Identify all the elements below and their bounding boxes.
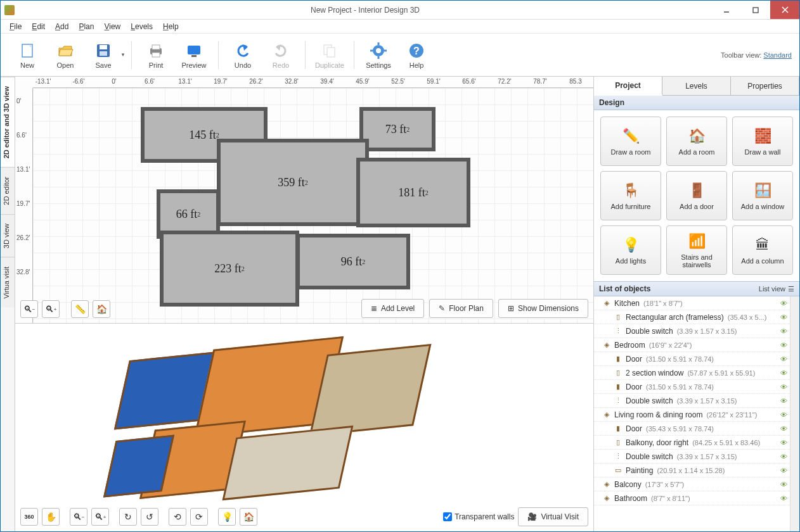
menu-help[interactable]: Help bbox=[158, 21, 184, 32]
visibility-icon[interactable]: 👁 bbox=[780, 300, 787, 307]
visibility-icon[interactable]: 👁 bbox=[780, 481, 787, 488]
zoom-in-3d-icon[interactable]: 🔍︎+ bbox=[91, 508, 109, 526]
visibility-icon[interactable]: 👁 bbox=[780, 355, 787, 363]
visibility-icon[interactable]: 👁 bbox=[780, 383, 787, 391]
menu-add[interactable]: Add bbox=[50, 21, 74, 32]
render-3d[interactable] bbox=[98, 330, 453, 520]
home-3d-icon[interactable]: 🏠 bbox=[240, 508, 257, 526]
object-row[interactable]: ◈Bathroom(8'7" x 8'11")👁 bbox=[594, 491, 790, 505]
settings-button[interactable]: Settings bbox=[359, 37, 397, 73]
object-row[interactable]: ▮Door(31.50 x 5.91 x 78.74)👁 bbox=[594, 380, 790, 394]
object-row[interactable]: ▭Painting(20.91 x 1.14 x 15.28)👁 bbox=[594, 464, 790, 478]
design-draw-a-wall[interactable]: 🧱Draw a wall bbox=[732, 117, 793, 166]
toolbar-view-link[interactable]: Standard bbox=[763, 51, 792, 59]
object-row[interactable]: ◈Living room & dining room(26'12" x 23'1… bbox=[594, 408, 790, 422]
pan-icon[interactable]: ✋ bbox=[42, 508, 60, 526]
ruler-icon[interactable]: 📏 bbox=[71, 300, 89, 318]
zoom-out-icon[interactable]: 🔍︎− bbox=[20, 300, 38, 318]
open-button[interactable]: Open bbox=[46, 37, 84, 73]
tilt-left-icon[interactable]: ⟲ bbox=[169, 508, 186, 526]
design-draw-a-room[interactable]: ✏️Draw a room bbox=[600, 117, 661, 166]
design-stairs-and-stairwells[interactable]: 📶Stairs and stairwells bbox=[666, 225, 727, 275]
visibility-icon[interactable]: 👁 bbox=[780, 467, 787, 474]
maximize-button[interactable] bbox=[741, 1, 770, 19]
rotate-360-icon[interactable]: 360 bbox=[20, 508, 38, 526]
visibility-icon[interactable]: 👁 bbox=[780, 439, 787, 446]
visibility-icon[interactable]: 👁 bbox=[780, 495, 787, 502]
rotate-cw-icon[interactable]: ↻ bbox=[119, 508, 137, 526]
room[interactable]: 223 ft2 bbox=[160, 231, 299, 307]
design-add-a-room[interactable]: 🏠Add a room bbox=[666, 117, 727, 166]
room[interactable]: 359 ft2 bbox=[217, 139, 369, 226]
print-button[interactable]: Print bbox=[137, 37, 175, 73]
design-add-furniture[interactable]: 🪑Add furniture bbox=[600, 171, 661, 220]
room[interactable]: 181 ft2 bbox=[356, 158, 470, 227]
minimize-button[interactable] bbox=[712, 1, 741, 19]
editor-3d[interactable]: 360 ✋ 🔍︎− 🔍︎+ ↻ ↺ ⟲ ⟳ 💡 🏠 Transparent wa… bbox=[15, 324, 593, 531]
canvas-2d[interactable]: 145 ft273 ft2359 ft2181 ft266 ft2223 ft2… bbox=[33, 88, 593, 323]
scrollbar[interactable] bbox=[790, 296, 799, 531]
visibility-icon[interactable]: 👁 bbox=[780, 397, 787, 405]
room[interactable]: 96 ft2 bbox=[296, 234, 410, 289]
right-tab-properties[interactable]: Properties bbox=[731, 77, 799, 95]
object-row[interactable]: ▯2 section window(57.87 x 5.91 x 55.91)👁 bbox=[594, 366, 790, 380]
close-button[interactable] bbox=[770, 1, 799, 19]
object-row[interactable]: ▯Balkony, door right(84.25 x 5.91 x 83.4… bbox=[594, 436, 790, 450]
left-tab-2[interactable]: 3D view bbox=[1, 214, 15, 257]
object-row[interactable]: ◈Bedroom(16'9" x 22'4")👁 bbox=[594, 338, 790, 352]
object-row[interactable]: ▯Rectangular arch (frameless)(35.43 x 5.… bbox=[594, 310, 790, 324]
visibility-icon[interactable]: 👁 bbox=[780, 453, 787, 460]
left-tab-1[interactable]: 2D editor bbox=[1, 167, 15, 214]
help-button[interactable]: ?Help bbox=[397, 37, 435, 73]
new-button[interactable]: New bbox=[8, 37, 46, 73]
floor-plan-button[interactable]: ✎Floor Plan bbox=[429, 299, 493, 318]
right-tab-project[interactable]: Project bbox=[594, 77, 662, 96]
object-row[interactable]: ⋮Double switch(3.39 x 1.57 x 3.15)👁 bbox=[594, 394, 790, 408]
menu-file[interactable]: File bbox=[4, 21, 27, 32]
editor-2d[interactable]: -13.1'-6.6'0'6.6'13.1'19.7'26.2'32.8'39.… bbox=[15, 77, 593, 324]
preview-button[interactable]: Preview bbox=[175, 37, 213, 73]
object-row[interactable]: ⋮Double switch(3.39 x 1.57 x 3.15)👁 bbox=[594, 450, 790, 464]
virtual-visit-button[interactable]: 🎥Virtual Visit bbox=[518, 507, 588, 526]
zoom-in-icon[interactable]: 🔍︎+ bbox=[42, 300, 60, 318]
save-button[interactable]: Save bbox=[84, 37, 122, 73]
design-add-a-door[interactable]: 🚪Add a door bbox=[666, 171, 727, 220]
menu-levels[interactable]: Levels bbox=[126, 21, 158, 32]
visibility-icon[interactable]: 👁 bbox=[780, 425, 787, 433]
visibility-icon[interactable]: 👁 bbox=[780, 314, 787, 321]
left-tab-0[interactable]: 2D editor and 3D view bbox=[1, 77, 15, 167]
show-dimensions-button[interactable]: ⊞Show Dimensions bbox=[498, 299, 588, 318]
left-tab-3[interactable]: Virtua visit bbox=[1, 257, 15, 308]
object-row[interactable]: ◈Kitchen(18'1" x 8'7")👁 bbox=[594, 296, 790, 310]
menu-edit[interactable]: Edit bbox=[27, 21, 50, 32]
light-icon[interactable]: 💡 bbox=[218, 508, 236, 526]
visibility-icon[interactable]: 👁 bbox=[780, 369, 787, 377]
object-row[interactable]: ⋮Double switch(3.39 x 1.57 x 3.15)👁 bbox=[594, 324, 790, 338]
object-row[interactable]: ▮Door(31.50 x 5.91 x 78.74)👁 bbox=[594, 352, 790, 366]
menu-plan[interactable]: Plan bbox=[74, 21, 99, 32]
floorplan[interactable]: 145 ft273 ft2359 ft2181 ft266 ft2223 ft2… bbox=[141, 107, 496, 310]
design-add-lights[interactable]: 💡Add lights bbox=[600, 225, 661, 275]
visibility-icon[interactable]: 👁 bbox=[780, 327, 787, 335]
object-row[interactable]: ◈Balcony(17'3" x 5'7")👁 bbox=[594, 478, 790, 491]
visibility-icon[interactable]: 👁 bbox=[780, 341, 787, 349]
object-row[interactable]: ▮Door(35.43 x 5.91 x 78.74)👁 bbox=[594, 422, 790, 436]
add-level-button[interactable]: ≣Add Level bbox=[361, 299, 424, 318]
design-add-a-column[interactable]: 🏛Add a column bbox=[732, 225, 793, 275]
room[interactable]: 73 ft2 bbox=[359, 107, 435, 151]
redo-button: Redo bbox=[262, 37, 300, 73]
undo-button[interactable]: Undo bbox=[224, 37, 262, 73]
tilt-right-icon[interactable]: ⟳ bbox=[190, 508, 208, 526]
right-tab-levels[interactable]: Levels bbox=[662, 77, 731, 95]
menu-view[interactable]: View bbox=[99, 21, 126, 32]
design-add-a-window[interactable]: 🪟Add a window bbox=[732, 171, 793, 220]
dropdown-icon[interactable]: ▼ bbox=[120, 52, 126, 58]
visibility-icon[interactable]: 👁 bbox=[780, 411, 787, 419]
home-icon[interactable]: 🏠 bbox=[93, 300, 110, 318]
rotate-ccw-icon[interactable]: ↺ bbox=[141, 508, 158, 526]
app-icon bbox=[4, 5, 15, 15]
object-list[interactable]: ◈Kitchen(18'1" x 8'7")👁▯Rectangular arch… bbox=[594, 296, 790, 531]
list-view-toggle[interactable]: List view ☰ bbox=[759, 285, 794, 293]
transparent-walls-checkbox[interactable]: Transparent walls bbox=[443, 512, 514, 521]
zoom-out-3d-icon[interactable]: 🔍︎− bbox=[70, 508, 87, 526]
